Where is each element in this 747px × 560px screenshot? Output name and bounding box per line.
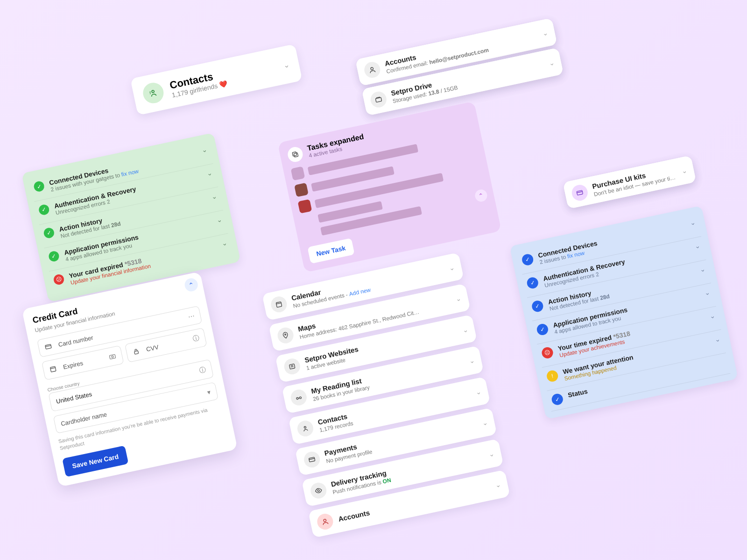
- eye-icon: [309, 481, 328, 500]
- check-icon: ✓: [536, 323, 549, 336]
- chevron-down-icon: ⌄: [495, 481, 502, 489]
- more-icon[interactable]: ⋯: [187, 312, 195, 321]
- chevron-down-icon: ⌄: [699, 265, 706, 273]
- svg-line-15: [276, 303, 281, 304]
- person-icon: [363, 61, 381, 79]
- chevron-down-icon: ⌄: [548, 58, 555, 67]
- check-icon: ✓: [521, 253, 534, 266]
- chevron-down-icon: ⌄: [542, 29, 549, 37]
- svg-line-24: [309, 458, 315, 459]
- svg-point-22: [304, 426, 306, 428]
- chevron-down-icon: ⌄: [714, 335, 721, 343]
- chevron-down-icon: ⌄: [694, 242, 701, 250]
- glasses-icon: [289, 388, 308, 407]
- credit-card-form: ⌃ Credit Card Update your financial info…: [22, 272, 238, 487]
- chevron-down-icon: ⌄: [704, 288, 711, 297]
- svg-point-16: [285, 334, 286, 335]
- chevron-down-icon: ⌄: [206, 169, 213, 177]
- check-icon: ✓: [38, 203, 50, 216]
- svg-point-0: [152, 90, 155, 93]
- chevron-down-icon: ⌄: [211, 192, 218, 201]
- chevron-down-icon: ⌄: [455, 294, 462, 303]
- person-icon: [316, 512, 334, 531]
- check-icon: ✓: [526, 276, 539, 289]
- tasks-panel: Tasks expanded 4 active tasks New Task ⌃: [277, 101, 501, 273]
- chevron-down-icon: ⌄: [481, 419, 488, 427]
- info-icon[interactable]: ⓘ: [192, 334, 200, 344]
- card-icon: [44, 342, 55, 351]
- svg-line-6: [45, 345, 51, 346]
- avatar: [298, 199, 312, 214]
- chevron-down-icon: ⌄: [221, 239, 228, 247]
- chevron-down-icon: ⌄: [449, 263, 456, 272]
- check-icon: ✓: [551, 392, 564, 406]
- check-icon: ✓: [48, 250, 60, 262]
- error-icon: ☹: [541, 346, 554, 359]
- security-panel-blue: ✓ Connected Devices 2 issues to fix now …: [509, 206, 738, 420]
- warning-icon: !: [546, 370, 559, 383]
- svg-rect-9: [109, 354, 115, 359]
- card-icon: [571, 183, 589, 202]
- svg-line-1: [149, 92, 150, 92]
- check-icon: ✓: [531, 300, 544, 313]
- tasks-icon: [286, 146, 304, 163]
- svg-point-10: [112, 356, 114, 358]
- apps-list: Calendar No scheduled events - Add new ⌄…: [262, 252, 511, 543]
- svg-line-28: [577, 192, 583, 193]
- chevron-down-icon: ⌄: [468, 357, 475, 365]
- chevron-down-icon: ⌄: [201, 146, 208, 154]
- pin-icon: [276, 326, 295, 345]
- security-panel-green: ✓ Connected Devices 2 issues with your g…: [21, 133, 240, 302]
- contacts-icon: [296, 419, 315, 438]
- drive-icon: [369, 90, 388, 109]
- avatar: [294, 182, 309, 197]
- calendar-icon: [49, 364, 59, 374]
- svg-line-19: [291, 366, 293, 367]
- chevron-down-icon: ⌄: [462, 325, 469, 334]
- chevron-down-icon: ⌄: [689, 218, 696, 227]
- contacts-header-card[interactable]: Contacts 1,179 girlfriends ❤️ ⌄: [130, 44, 303, 115]
- new-task-button[interactable]: New Task: [307, 238, 354, 264]
- promo-card[interactable]: Purchase UI kits Don't be an idiot — sav…: [563, 155, 696, 209]
- svg-line-18: [291, 365, 293, 366]
- svg-rect-14: [276, 302, 282, 308]
- chevron-down-icon: ⌄: [475, 387, 482, 396]
- save-card-button[interactable]: Save New Card: [62, 445, 128, 477]
- svg-point-25: [317, 490, 320, 492]
- dropdown-icon: ▾: [207, 388, 211, 396]
- lock-icon: [132, 347, 142, 356]
- svg-rect-17: [289, 364, 295, 369]
- chevron-down-icon: ⌄: [282, 60, 290, 70]
- check-icon: ✓: [43, 227, 55, 239]
- camera-icon[interactable]: [108, 352, 117, 361]
- svg-point-21: [299, 397, 302, 399]
- chevron-down-icon: ⌄: [709, 312, 716, 320]
- check-icon: ✓: [33, 181, 45, 193]
- svg-point-26: [324, 519, 326, 522]
- svg-line-8: [50, 368, 55, 369]
- news-icon: [283, 357, 302, 376]
- chevron-down-icon: ⌄: [681, 166, 688, 175]
- card-icon: [303, 450, 321, 469]
- calendar-icon: [269, 295, 288, 314]
- error-icon: ☹: [53, 273, 65, 286]
- info-icon[interactable]: ⓘ: [198, 365, 206, 375]
- svg-point-20: [296, 397, 298, 399]
- avatar: [291, 166, 305, 181]
- svg-rect-7: [50, 366, 56, 372]
- chevron-down-icon: ⌄: [488, 449, 495, 458]
- chevron-down-icon: ⌄: [216, 216, 223, 224]
- contacts-icon: [141, 81, 165, 105]
- svg-point-3: [371, 67, 374, 70]
